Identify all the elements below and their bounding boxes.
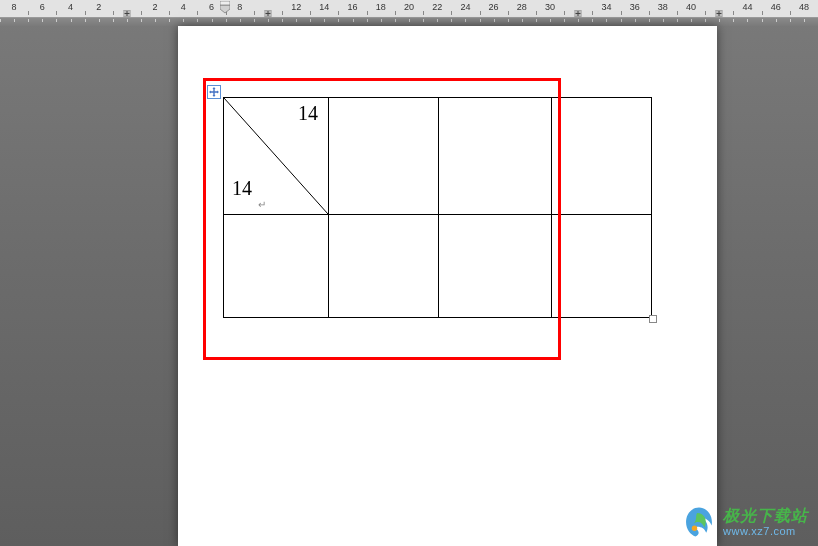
table-move-handle-icon[interactable] — [207, 85, 221, 99]
table-container: 14 14 ↵ — [223, 97, 652, 318]
ruler-tick-label: 36 — [630, 2, 640, 12]
ruler-tick-label: 24 — [460, 2, 470, 12]
watermark-url: www.xz7.com — [723, 525, 808, 537]
ruler-tick-label: 2 — [96, 2, 101, 12]
table-row — [224, 215, 652, 318]
ruler-tick-label: 14 — [319, 2, 329, 12]
ruler-tick-label: 4 — [181, 2, 186, 12]
paragraph-mark-icon: ↵ — [258, 199, 266, 210]
table-cell[interactable] — [329, 215, 439, 318]
ruler-tick-label: 44 — [742, 2, 752, 12]
horizontal-ruler[interactable]: 8642246812141618202224262830343638404446… — [0, 0, 818, 18]
ruler-tick-label: 16 — [348, 2, 358, 12]
tab-stop-icon[interactable] — [575, 10, 582, 17]
ruler-tick-label: 46 — [771, 2, 781, 12]
ruler-tick-label: 4 — [68, 2, 73, 12]
table-resize-handle-icon[interactable] — [649, 315, 657, 323]
tab-stop-icon[interactable] — [264, 10, 271, 17]
table-cell[interactable] — [439, 215, 552, 318]
watermark: 极光下载站 www.xz7.com — [681, 504, 808, 540]
table-cell[interactable] — [329, 98, 439, 215]
svg-marker-12 — [220, 5, 230, 13]
ruler-tick-label: 40 — [686, 2, 696, 12]
ruler-tick-label: 2 — [153, 2, 158, 12]
cell-bottom-value: 14 — [232, 177, 252, 200]
tab-stop-icon[interactable] — [123, 10, 130, 17]
table-cell[interactable] — [224, 215, 329, 318]
svg-marker-13 — [220, 1, 230, 5]
ruler-tick-label: 6 — [209, 2, 214, 12]
document-page[interactable]: 14 14 ↵ — [178, 26, 717, 546]
table-cell[interactable] — [439, 98, 552, 215]
svg-point-15 — [692, 526, 697, 531]
ruler-tick-label: 22 — [432, 2, 442, 12]
watermark-logo-icon — [681, 504, 717, 540]
ruler-tick-label: 28 — [517, 2, 527, 12]
ruler-tick-label: 30 — [545, 2, 555, 12]
table-cell[interactable] — [552, 215, 652, 318]
ruler-tick-label: 26 — [489, 2, 499, 12]
ruler-tick-label: 18 — [376, 2, 386, 12]
ruler-shadow — [0, 18, 818, 26]
ruler-tick-label: 12 — [291, 2, 301, 12]
ruler-tick-label: 8 — [12, 2, 17, 12]
table-row: 14 14 ↵ — [224, 98, 652, 215]
document-table[interactable]: 14 14 ↵ — [223, 97, 652, 318]
ruler-tick-label: 20 — [404, 2, 414, 12]
table-cell-header-diagonal[interactable]: 14 14 ↵ — [224, 98, 329, 215]
watermark-title: 极光下载站 — [723, 507, 808, 525]
ruler-tick-label: 34 — [601, 2, 611, 12]
ruler-tick-label: 48 — [799, 2, 809, 12]
ruler-tick-label: 38 — [658, 2, 668, 12]
indent-marker-icon[interactable] — [220, 1, 230, 17]
tab-stop-icon[interactable] — [716, 10, 723, 17]
table-cell[interactable] — [552, 98, 652, 215]
cell-top-value: 14 — [298, 102, 318, 125]
ruler-tick-label: 6 — [40, 2, 45, 12]
ruler-tick-label: 8 — [237, 2, 242, 12]
